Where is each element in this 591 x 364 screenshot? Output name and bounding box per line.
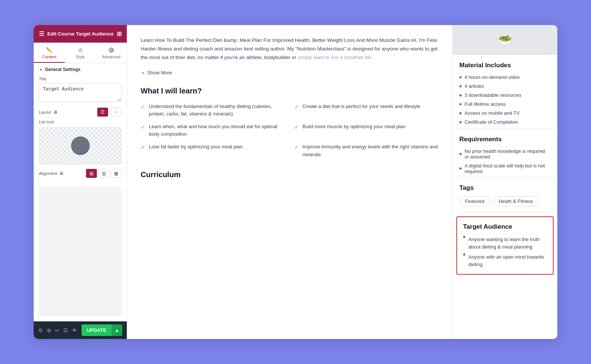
list-item: ✓ Build more muscle by optimizing your m…	[294, 123, 439, 138]
monitor-icon-2: 🖥	[59, 171, 64, 176]
bullet-dot	[463, 253, 465, 256]
target-audience-section: Target Audience Anyone wanting to learn …	[456, 216, 554, 275]
right-panel: 🥗 Material Includes 4 hours on-demand vi…	[453, 25, 557, 339]
settings-footer-icon[interactable]: ⚙	[38, 327, 43, 333]
middle-content: Learn How To Build The Perfect Diet &amp…	[127, 25, 453, 339]
list-item: Access on mobile and TV	[459, 110, 551, 116]
tab-content[interactable]: ✏️ Content	[34, 43, 65, 63]
requirements-list: No prior health knowledge is required or…	[459, 148, 551, 174]
target-item-text-1: Anyone wanting to learn the truth about …	[468, 236, 547, 250]
bullet-dot	[459, 167, 462, 170]
bullet-dot	[459, 94, 462, 96]
tab-advanced-label: Advanced	[102, 55, 120, 59]
show-more-label: Show More	[147, 70, 172, 75]
tags-section: Tags Featured Heath & Fitness	[453, 178, 557, 213]
panel-header-left-icons: ☰	[39, 30, 44, 37]
what-learn-title: What I will learn?	[141, 87, 439, 95]
bullet-dot	[459, 103, 462, 105]
bullet-dot	[459, 153, 462, 155]
target-audience-title: Target Audience	[463, 223, 547, 231]
left-panel: ☰ Edit Course Target Audience ⊞ ✏️ Conte…	[34, 25, 127, 339]
list-item: 4 hours on-demand video	[459, 74, 551, 80]
preview-footer-icon[interactable]: 👁	[72, 327, 77, 333]
show-more-btn[interactable]: ＋ Show More	[141, 70, 439, 76]
tab-style[interactable]: ⊙ Style	[65, 43, 96, 63]
material-title: Material Includes	[459, 62, 551, 69]
icon-circle-preview	[71, 136, 90, 155]
update-arrow-button[interactable]: ▲	[111, 324, 122, 336]
list-item: ✓ Learn when, what and how much you shou…	[141, 123, 285, 138]
bullet-dot	[463, 236, 465, 238]
target-item-text-2: Anyone with an open mind towards dieting	[468, 253, 547, 268]
preview-area	[39, 187, 122, 316]
course-description-text: Learn How To Build The Perfect Diet &amp…	[141, 37, 438, 60]
tab-content-label: Content	[42, 55, 56, 59]
check-icon-5: ✓	[294, 123, 299, 132]
grid-icon[interactable]: ⊞	[117, 30, 122, 37]
req-item-text-1: No prior health knowledge is required or…	[465, 148, 551, 160]
title-field-label: Title	[39, 77, 122, 81]
general-settings-section: ▼ General Settings Title Target Audience…	[34, 63, 127, 182]
panel-title: Edit Course Target Audience	[44, 31, 117, 37]
alignment-row: Alignment 🖥 ▤ ▥ ▦	[39, 169, 122, 178]
material-item-text-1: 4 hours on-demand video	[465, 74, 520, 80]
material-item-text-4: Full lifetime access	[465, 101, 506, 107]
check-icon-2: ✓	[141, 123, 145, 132]
list-item: ✓ Create a diet that is perfect for your…	[294, 103, 439, 118]
tag-health-fitness[interactable]: Heath & Fitness	[493, 196, 539, 206]
content-tab-icon: ✏️	[46, 47, 52, 53]
notes-footer-icon[interactable]: ☰	[63, 327, 68, 333]
update-button[interactable]: UPDATE	[82, 324, 111, 336]
tab-advanced[interactable]: ⚙️ Advanced	[96, 43, 127, 63]
alignment-label: Alignment 🖥	[39, 171, 64, 176]
general-settings-label: General Settings	[45, 67, 80, 72]
check-icon-6: ✓	[294, 144, 299, 152]
course-description-faded: simply want to live a healthier life.	[298, 55, 373, 60]
panel-footer: ⚙ ⊕ ↩ ☰ 👁 UPDATE ▲	[34, 321, 127, 339]
requirements-title: Requirements	[459, 136, 551, 143]
icon-picker[interactable]	[39, 127, 122, 164]
layout-more-btn[interactable]: ⋯	[110, 108, 122, 117]
section-header[interactable]: ▼ General Settings	[39, 67, 122, 72]
main-window: ☰ Edit Course Target Audience ⊞ ✏️ Conte…	[34, 25, 557, 339]
material-item-text-5: Access on mobile and TV	[465, 110, 520, 116]
list-item: Anyone with an open mind towards dieting	[463, 253, 547, 268]
material-item-text-2: 4 articles	[465, 83, 484, 89]
learn-item-text-5: Build more muscle by optimizing your mea…	[303, 123, 405, 130]
bullet-dot	[459, 85, 462, 87]
layers-footer-icon[interactable]: ⊕	[47, 327, 51, 333]
material-item-text-3: 3 downloadable resources	[465, 92, 521, 98]
align-left-btn[interactable]: ▤	[86, 169, 97, 178]
align-right-btn[interactable]: ▦	[111, 169, 122, 178]
bullet-dot	[459, 76, 462, 78]
learn-item-text-2: Learn when, what and how much you should…	[149, 123, 285, 138]
tags-row: Featured Heath & Fitness	[459, 196, 551, 206]
learn-item-text-6: Improve immunity and energy levels with …	[303, 143, 439, 158]
check-icon-4: ✓	[294, 103, 299, 111]
layout-label-text: Layout	[39, 110, 51, 114]
layout-row: Layout 🖥 ☰ ⋯	[39, 108, 122, 117]
list-item: Anyone wanting to learn the truth about …	[463, 236, 547, 250]
list-item: ✓ Lose fat faster by optimizing your mea…	[141, 143, 285, 158]
layout-label: Layout 🖥	[39, 109, 58, 115]
target-list: Anyone wanting to learn the truth about …	[463, 236, 547, 268]
align-controls: ▤ ▥ ▦	[86, 169, 122, 178]
tag-featured[interactable]: Featured	[459, 196, 490, 206]
style-tab-icon: ⊙	[78, 47, 83, 53]
bullet-dot	[459, 121, 462, 123]
hamburger-icon[interactable]: ☰	[39, 30, 44, 37]
title-input[interactable]: Target Audience	[39, 83, 122, 102]
list-icon-label: List Icon	[39, 120, 122, 124]
advanced-tab-icon: ⚙️	[108, 47, 114, 53]
course-thumbnail: 🥗	[453, 25, 557, 55]
layout-list-btn[interactable]: ☰	[97, 108, 108, 117]
history-footer-icon[interactable]: ↩	[55, 327, 59, 333]
check-icon-1: ✓	[141, 103, 145, 111]
panel-tabs: ✏️ Content ⊙ Style ⚙️ Advanced	[34, 43, 127, 63]
requirements-section: Requirements No prior health knowledge i…	[453, 129, 557, 178]
list-item: A digital food scale will help but is no…	[459, 163, 551, 174]
align-center-btn[interactable]: ▥	[98, 169, 109, 178]
alignment-label-text: Alignment	[39, 171, 57, 176]
tags-title: Tags	[459, 184, 551, 192]
learn-item-text-1: Understand the fundamentals of healthy d…	[149, 103, 285, 118]
